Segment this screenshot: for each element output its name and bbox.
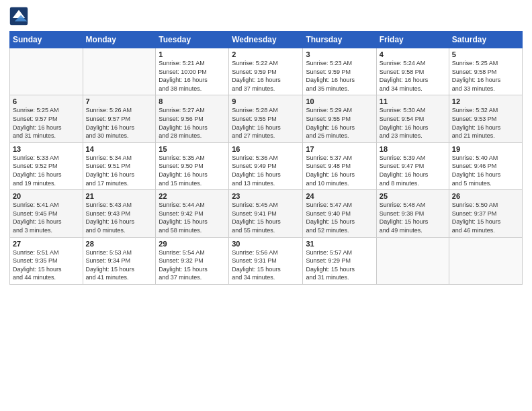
day-info: Sunrise: 5:47 AM Sunset: 9:40 PM Dayligh… bbox=[306, 201, 373, 234]
calendar-cell: 6Sunrise: 5:25 AM Sunset: 9:57 PM Daylig… bbox=[10, 95, 83, 142]
calendar-cell: 28Sunrise: 5:53 AM Sunset: 9:34 PM Dayli… bbox=[83, 237, 156, 284]
calendar-cell: 30Sunrise: 5:56 AM Sunset: 9:31 PM Dayli… bbox=[229, 237, 303, 284]
calendar-cell: 12Sunrise: 5:32 AM Sunset: 9:53 PM Dayli… bbox=[449, 95, 522, 142]
day-number: 26 bbox=[452, 192, 519, 200]
day-info: Sunrise: 5:51 AM Sunset: 9:35 PM Dayligh… bbox=[13, 248, 80, 282]
day-info: Sunrise: 5:57 AM Sunset: 9:29 PM Dayligh… bbox=[306, 248, 373, 282]
day-number: 29 bbox=[159, 240, 226, 248]
calendar-day-header: Sunday bbox=[10, 32, 83, 48]
calendar-cell: 13Sunrise: 5:33 AM Sunset: 9:52 PM Dayli… bbox=[10, 142, 83, 189]
day-number: 15 bbox=[159, 145, 226, 153]
day-info: Sunrise: 5:24 AM Sunset: 9:58 PM Dayligh… bbox=[380, 59, 446, 93]
calendar-cell: 27Sunrise: 5:51 AM Sunset: 9:35 PM Dayli… bbox=[10, 237, 83, 284]
day-info: Sunrise: 5:26 AM Sunset: 9:57 PM Dayligh… bbox=[86, 106, 153, 140]
calendar-cell bbox=[376, 237, 449, 284]
calendar-cell bbox=[449, 237, 522, 284]
calendar-header-row: SundayMondayTuesdayWednesdayThursdayFrid… bbox=[10, 32, 523, 48]
day-number: 20 bbox=[13, 192, 80, 200]
day-info: Sunrise: 5:48 AM Sunset: 9:38 PM Dayligh… bbox=[380, 201, 446, 234]
day-info: Sunrise: 5:32 AM Sunset: 9:53 PM Dayligh… bbox=[452, 106, 519, 140]
day-info: Sunrise: 5:45 AM Sunset: 9:41 PM Dayligh… bbox=[232, 201, 300, 234]
calendar-cell: 15Sunrise: 5:35 AM Sunset: 9:50 PM Dayli… bbox=[156, 142, 229, 189]
day-number: 2 bbox=[232, 50, 300, 58]
day-number: 23 bbox=[232, 192, 300, 200]
calendar-cell: 29Sunrise: 5:54 AM Sunset: 9:32 PM Dayli… bbox=[156, 237, 229, 284]
calendar-cell bbox=[83, 48, 156, 95]
day-info: Sunrise: 5:23 AM Sunset: 9:59 PM Dayligh… bbox=[306, 59, 373, 93]
day-number: 3 bbox=[306, 50, 373, 58]
calendar-week-row: 1Sunrise: 5:21 AM Sunset: 10:00 PM Dayli… bbox=[10, 48, 523, 95]
day-info: Sunrise: 5:25 AM Sunset: 9:57 PM Dayligh… bbox=[13, 106, 80, 140]
calendar-cell: 18Sunrise: 5:39 AM Sunset: 9:47 PM Dayli… bbox=[376, 142, 449, 189]
calendar-cell: 16Sunrise: 5:36 AM Sunset: 9:49 PM Dayli… bbox=[229, 142, 303, 189]
day-number: 18 bbox=[380, 145, 446, 153]
day-info: Sunrise: 5:44 AM Sunset: 9:42 PM Dayligh… bbox=[159, 201, 226, 234]
calendar-day-header: Monday bbox=[83, 32, 156, 48]
calendar-day-header: Wednesday bbox=[229, 32, 303, 48]
day-number: 8 bbox=[159, 97, 226, 105]
calendar-cell: 26Sunrise: 5:50 AM Sunset: 9:37 PM Dayli… bbox=[449, 190, 522, 237]
calendar-cell: 25Sunrise: 5:48 AM Sunset: 9:38 PM Dayli… bbox=[376, 190, 449, 237]
day-number: 22 bbox=[159, 192, 226, 200]
day-info: Sunrise: 5:56 AM Sunset: 9:31 PM Dayligh… bbox=[232, 248, 300, 282]
day-number: 31 bbox=[306, 240, 373, 248]
calendar-week-row: 13Sunrise: 5:33 AM Sunset: 9:52 PM Dayli… bbox=[10, 142, 523, 189]
day-info: Sunrise: 5:28 AM Sunset: 9:55 PM Dayligh… bbox=[232, 106, 300, 140]
day-info: Sunrise: 5:37 AM Sunset: 9:48 PM Dayligh… bbox=[306, 154, 373, 187]
day-info: Sunrise: 5:22 AM Sunset: 9:59 PM Dayligh… bbox=[232, 59, 300, 93]
calendar-day-header: Thursday bbox=[303, 32, 376, 48]
day-info: Sunrise: 5:34 AM Sunset: 9:51 PM Dayligh… bbox=[86, 154, 153, 187]
day-info: Sunrise: 5:50 AM Sunset: 9:37 PM Dayligh… bbox=[452, 201, 519, 234]
calendar-cell: 7Sunrise: 5:26 AM Sunset: 9:57 PM Daylig… bbox=[83, 95, 156, 142]
day-number: 16 bbox=[232, 145, 300, 153]
calendar-day-header: Friday bbox=[376, 32, 449, 48]
calendar: SundayMondayTuesdayWednesdayThursdayFrid… bbox=[9, 31, 523, 285]
day-info: Sunrise: 5:36 AM Sunset: 9:49 PM Dayligh… bbox=[232, 154, 300, 187]
calendar-cell: 17Sunrise: 5:37 AM Sunset: 9:48 PM Dayli… bbox=[303, 142, 376, 189]
day-info: Sunrise: 5:33 AM Sunset: 9:52 PM Dayligh… bbox=[13, 154, 80, 187]
calendar-cell: 9Sunrise: 5:28 AM Sunset: 9:55 PM Daylig… bbox=[229, 95, 303, 142]
day-info: Sunrise: 5:30 AM Sunset: 9:54 PM Dayligh… bbox=[380, 106, 446, 140]
day-info: Sunrise: 5:35 AM Sunset: 9:50 PM Dayligh… bbox=[159, 154, 226, 187]
day-number: 12 bbox=[452, 97, 519, 105]
day-number: 5 bbox=[452, 50, 519, 58]
calendar-cell: 11Sunrise: 5:30 AM Sunset: 9:54 PM Dayli… bbox=[376, 95, 449, 142]
calendar-cell: 21Sunrise: 5:43 AM Sunset: 9:43 PM Dayli… bbox=[83, 190, 156, 237]
day-number: 13 bbox=[13, 145, 80, 153]
day-number: 27 bbox=[13, 240, 80, 248]
calendar-day-header: Tuesday bbox=[156, 32, 229, 48]
day-number: 9 bbox=[232, 97, 300, 105]
day-number: 10 bbox=[306, 97, 373, 105]
header bbox=[9, 7, 523, 26]
day-number: 17 bbox=[306, 145, 373, 153]
logo-icon bbox=[9, 7, 28, 26]
day-info: Sunrise: 5:21 AM Sunset: 10:00 PM Daylig… bbox=[159, 59, 226, 93]
day-number: 11 bbox=[380, 97, 446, 105]
day-info: Sunrise: 5:54 AM Sunset: 9:32 PM Dayligh… bbox=[159, 248, 226, 282]
logo bbox=[9, 7, 30, 26]
day-number: 14 bbox=[86, 145, 153, 153]
day-info: Sunrise: 5:39 AM Sunset: 9:47 PM Dayligh… bbox=[380, 154, 446, 187]
calendar-cell: 19Sunrise: 5:40 AM Sunset: 9:46 PM Dayli… bbox=[449, 142, 522, 189]
calendar-cell: 31Sunrise: 5:57 AM Sunset: 9:29 PM Dayli… bbox=[303, 237, 376, 284]
calendar-week-row: 27Sunrise: 5:51 AM Sunset: 9:35 PM Dayli… bbox=[10, 237, 523, 284]
day-number: 30 bbox=[232, 240, 300, 248]
day-info: Sunrise: 5:40 AM Sunset: 9:46 PM Dayligh… bbox=[452, 154, 519, 187]
day-info: Sunrise: 5:41 AM Sunset: 9:45 PM Dayligh… bbox=[13, 201, 80, 234]
calendar-cell: 4Sunrise: 5:24 AM Sunset: 9:58 PM Daylig… bbox=[376, 48, 449, 95]
day-number: 24 bbox=[306, 192, 373, 200]
calendar-cell: 14Sunrise: 5:34 AM Sunset: 9:51 PM Dayli… bbox=[83, 142, 156, 189]
page: SundayMondayTuesdayWednesdayThursdayFrid… bbox=[0, 0, 532, 294]
calendar-cell: 5Sunrise: 5:25 AM Sunset: 9:58 PM Daylig… bbox=[449, 48, 522, 95]
day-info: Sunrise: 5:27 AM Sunset: 9:56 PM Dayligh… bbox=[159, 106, 226, 140]
day-info: Sunrise: 5:43 AM Sunset: 9:43 PM Dayligh… bbox=[86, 201, 153, 234]
day-number: 28 bbox=[86, 240, 153, 248]
day-number: 6 bbox=[13, 97, 80, 105]
day-number: 25 bbox=[380, 192, 446, 200]
calendar-cell: 22Sunrise: 5:44 AM Sunset: 9:42 PM Dayli… bbox=[156, 190, 229, 237]
day-number: 4 bbox=[380, 50, 446, 58]
day-info: Sunrise: 5:53 AM Sunset: 9:34 PM Dayligh… bbox=[86, 248, 153, 282]
calendar-week-row: 6Sunrise: 5:25 AM Sunset: 9:57 PM Daylig… bbox=[10, 95, 523, 142]
calendar-cell: 10Sunrise: 5:29 AM Sunset: 9:55 PM Dayli… bbox=[303, 95, 376, 142]
day-number: 21 bbox=[86, 192, 153, 200]
